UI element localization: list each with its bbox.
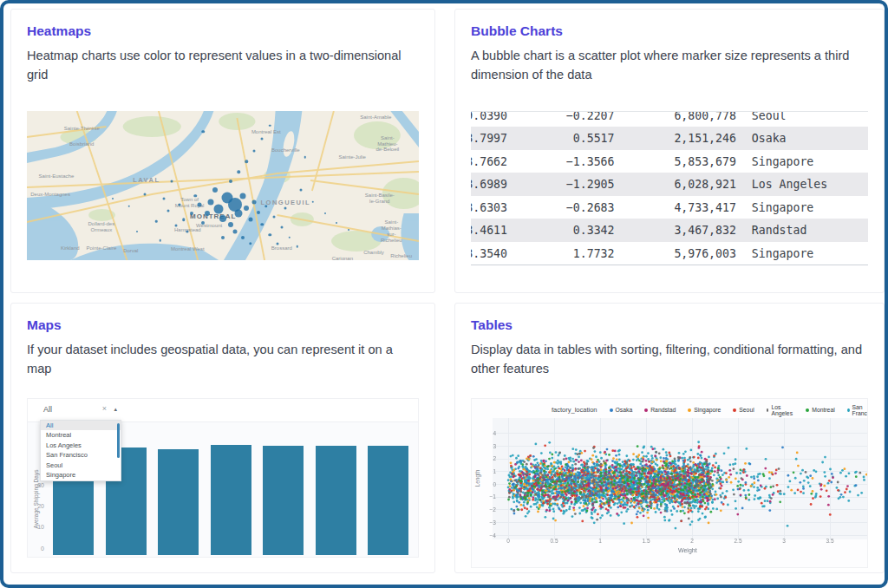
scatter-x-tick: 0 [506,538,510,544]
heat-bubble [336,222,337,224]
heat-bubble [252,199,257,204]
table-row: 8.6303−0.26834,733,417Singapore [471,196,868,219]
scatter-x-tick: 1.5 [642,538,650,544]
heat-bubble [280,225,283,228]
card-bubble-charts-title[interactable]: Bubble Charts [471,23,868,39]
table-cell: Los Angeles [736,173,868,196]
table-cell: 6,800,778 [614,111,735,127]
heat-bubble [190,212,193,215]
heat-bubble [136,231,138,232]
heat-bubble [202,130,206,134]
app-frame: Heatmaps Heatmap charts use color to rep… [0,0,888,588]
heat-bubble [186,231,189,233]
table-cell: 5,853,679 [614,150,735,173]
heat-bubble [272,215,275,218]
heat-bubble [127,206,130,208]
heat-bubble [232,230,237,234]
heat-bubble [201,221,205,225]
dropdown-option[interactable]: Montreal [41,430,121,441]
card-heatmaps-description: Heatmap charts use color to represent va… [27,47,419,85]
heat-bubble [174,225,177,227]
heat-bubble [264,205,268,208]
dropdown-option[interactable]: All [41,421,121,431]
heatmap-map-preview: Sainte-ThérèseBoisbriandSaint-EustacheDe… [27,111,419,260]
table-cell: 2,151,246 [614,127,735,150]
scatter-x-tick: 3 [782,538,786,544]
heat-bubble [300,188,303,191]
bar [211,445,251,555]
heat-bubble [112,198,114,199]
table-row: 8.46110.33423,467,832Randstad [471,219,868,242]
scatter-xlabel: Weight [678,547,697,553]
bar-axis-tick: 10 [28,524,44,530]
table-cell: 8.4611 [471,219,507,242]
card-bubble-charts-description: A bubble chart is a scatter plot where m… [471,47,868,85]
heat-bubble [155,220,158,223]
table-cell: 4,733,417 [614,196,735,219]
heat-bubble [239,193,245,199]
table-cell: 5,976,003 [614,242,735,265]
map-bubbles-layer [27,111,419,260]
table-row: 9.0390−0.22076,800,778Seoul [471,111,868,127]
table-cell: −0.2207 [507,111,614,127]
heat-bubble [229,180,232,183]
table-cell: 8.7997 [471,127,507,150]
heat-bubble [214,205,224,214]
table-cell: −0.2683 [507,196,614,219]
dropdown-option[interactable]: San Francisco [41,450,121,461]
table-cell: 0.3342 [507,219,614,242]
card-tables-description: Display data in tables with sorting, fil… [471,341,868,379]
dropdown-option[interactable]: Singapore [41,470,121,480]
table-cell: −1.2905 [507,173,614,196]
bubble-table: 9.0390−0.22076,800,778Seoul8.79970.55172… [471,111,868,266]
bubble-table-body: 9.0390−0.22076,800,778Seoul8.79970.55172… [471,111,868,265]
card-bubble-charts[interactable]: Bubble Charts A bubble chart is a scatte… [454,9,885,293]
bar [158,449,199,555]
card-heatmaps[interactable]: Heatmaps Heatmap charts use color to rep… [10,9,435,293]
scatter-xaxis: 00.511.522.533.54 [472,399,867,567]
heat-bubble [245,160,248,164]
heat-bubble [219,215,226,222]
card-heatmaps-title[interactable]: Heatmaps [27,23,419,39]
table-cell: 3,467,832 [614,219,735,242]
heat-bubble [166,210,169,212]
heat-bubble [289,237,291,239]
bubble-table-preview: 9.0390−0.22076,800,778Seoul8.79970.55172… [471,111,868,273]
heat-bubble [241,236,245,239]
heat-bubble [257,211,260,214]
card-tables-title[interactable]: Tables [471,317,868,333]
card-maps-description: If your dataset includes geospatial data… [27,341,419,379]
heat-bubble [205,211,210,216]
heat-bubble [194,194,198,198]
heat-bubble [268,233,271,237]
table-cell: Randstad [736,219,868,242]
table-cell: 8.7662 [471,150,507,173]
table-cell: Singapore [736,196,868,219]
bar-chart-preview: All × ▴ AllMontrealLos AngelesSan Franci… [27,398,419,558]
dropdown-scrollbar[interactable] [117,423,120,458]
heat-bubble [208,199,214,205]
card-maps-title[interactable]: Maps [27,317,419,333]
table-cell: −1.3566 [507,150,614,173]
table-cell: 1.7732 [507,242,614,265]
card-maps[interactable]: Maps If your dataset includes geospatial… [10,303,435,573]
heat-bubble [171,180,173,182]
bar [263,446,304,555]
scatter-chart-preview: factory_location OsakaRandstadSingaporeS… [471,398,868,568]
heat-bubble [237,171,240,174]
heat-bubble [324,212,326,214]
table-cell: 8.6303 [471,196,507,219]
dropdown-option[interactable]: Seoul [41,461,121,471]
heat-bubble [197,203,201,207]
heat-bubble [228,222,233,227]
card-tables[interactable]: Tables Display data in tables with sorti… [454,303,885,573]
dropdown-option[interactable]: Los Angeles [41,441,121,451]
heat-bubble [221,236,225,239]
heat-bubble [304,156,307,159]
table-row: 8.6989−1.29056,028,921Los Angeles [471,173,868,196]
heat-bubble [248,218,252,222]
table-cell: Osaka [736,127,868,150]
heat-bubble [284,206,287,209]
scatter-x-tick: 2 [690,538,694,544]
bar-axis-tick: 20 [28,503,44,509]
